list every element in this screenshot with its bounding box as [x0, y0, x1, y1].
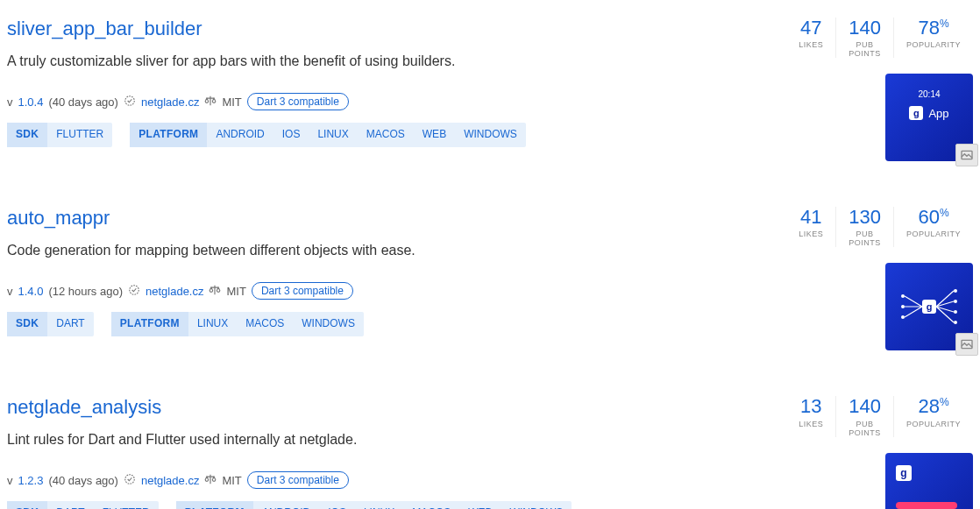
- package-main: auto_mappr Code generation for mapping b…: [7, 207, 798, 350]
- license: MIT: [226, 285, 245, 298]
- svg-point-2: [130, 285, 139, 294]
- stat-pubpoints[interactable]: 140 PUB POINTS: [835, 18, 893, 58]
- stat-likes[interactable]: 41 LIKES: [786, 207, 835, 247]
- sdk-label: SDK: [7, 123, 47, 147]
- platform-label: PLATFORM: [176, 501, 253, 509]
- popularity-value: 60%: [906, 207, 961, 228]
- platform-tag[interactable]: IOS: [319, 501, 355, 509]
- stat-likes[interactable]: 13 LIKES: [786, 396, 835, 436]
- stat-popularity[interactable]: 78% POPULARITY: [893, 18, 973, 58]
- tags: SDK FLUTTER PLATFORM ANDROID IOS LINUX M…: [7, 123, 798, 147]
- package-main: sliver_app_bar_builder A truly customiza…: [7, 18, 798, 161]
- version-link[interactable]: 1.0.4: [18, 95, 44, 109]
- likes-label: LIKES: [799, 420, 823, 428]
- likes-value: 13: [799, 396, 823, 417]
- platform-tag[interactable]: ANDROID: [207, 123, 273, 147]
- package-title-link[interactable]: sliver_app_bar_builder: [7, 18, 202, 40]
- svg-point-3: [901, 294, 905, 298]
- stat-popularity[interactable]: 28% POPULARITY: [893, 396, 973, 436]
- platform-tag[interactable]: LINUX: [188, 312, 237, 336]
- sdk-tag[interactable]: FLUTTER: [94, 501, 159, 509]
- package-meta: v 1.4.0 (12 hours ago) netglade.cz MIT D…: [7, 282, 798, 300]
- likes-label: LIKES: [799, 40, 823, 49]
- platform-tag[interactable]: WINDOWS: [293, 312, 364, 336]
- package-title-link[interactable]: auto_mappr: [7, 207, 110, 230]
- popularity-label: POPULARITY: [906, 230, 961, 238]
- thumb-app-text: App: [928, 107, 948, 120]
- svg-point-7: [954, 300, 957, 303]
- platform-tags: PLATFORM ANDROID IOS LINUX MACOS WEB WIN…: [130, 123, 526, 147]
- svg-text:g: g: [927, 301, 933, 312]
- tags: SDK DART PLATFORM LINUX MACOS WINDOWS: [7, 312, 798, 336]
- package-age: (12 hours ago): [48, 285, 123, 298]
- publisher-link[interactable]: netglade.cz: [146, 285, 204, 298]
- dart3-badge: Dart 3 compatible: [252, 282, 353, 300]
- thumbnail[interactable]: 20:14 g App: [885, 74, 973, 161]
- package-description: Lint rules for Dart and Flutter used int…: [7, 429, 798, 450]
- platform-tag[interactable]: MACOS: [403, 501, 459, 509]
- license-icon: [209, 284, 221, 299]
- sdk-tags: SDK DART FLUTTER: [7, 501, 159, 509]
- sdk-label: SDK: [7, 501, 47, 509]
- image-icon: [955, 144, 978, 166]
- sdk-tags: SDK FLUTTER: [7, 123, 112, 147]
- thumbnail[interactable]: g: [885, 263, 973, 350]
- platform-tag[interactable]: LINUX: [309, 123, 357, 147]
- pubpoints-value: 140: [849, 396, 881, 417]
- platform-tag[interactable]: LINUX: [355, 501, 403, 509]
- thumb-time: 20:14: [885, 74, 973, 99]
- svg-point-0: [125, 95, 135, 105]
- package-title-link[interactable]: netglade_analysis: [7, 396, 161, 419]
- sdk-tag[interactable]: FLUTTER: [47, 123, 112, 147]
- sdk-tag[interactable]: DART: [47, 501, 93, 509]
- version-prefix: v: [7, 285, 13, 298]
- package-description: A truly customizable sliver for app bars…: [7, 51, 798, 72]
- svg-point-8: [954, 310, 957, 314]
- platform-tag[interactable]: WEB: [459, 501, 501, 509]
- pubpoints-value: 130: [849, 207, 881, 228]
- platform-label: PLATFORM: [130, 123, 207, 147]
- version-link[interactable]: 1.4.0: [18, 285, 44, 298]
- svg-point-9: [954, 321, 957, 324]
- publisher-link[interactable]: netglade.cz: [141, 95, 200, 109]
- svg-point-13: [125, 475, 135, 484]
- popularity-label: POPULARITY: [906, 40, 961, 49]
- stat-popularity[interactable]: 60% POPULARITY: [893, 207, 973, 247]
- platform-tag[interactable]: WINDOWS: [455, 123, 526, 147]
- platform-tag[interactable]: MACOS: [237, 312, 293, 336]
- stats: 13 LIKES 140 PUB POINTS 28% POPULARITY: [786, 396, 973, 436]
- platform-tag[interactable]: ANDROID: [253, 501, 319, 509]
- pubpoints-value: 140: [849, 18, 881, 39]
- thumbnail[interactable]: g: [885, 453, 973, 509]
- sdk-tag[interactable]: DART: [47, 312, 93, 336]
- platform-tag[interactable]: WINDOWS: [501, 501, 572, 509]
- thumb-bar: [896, 502, 957, 509]
- version-link[interactable]: 1.2.3: [18, 474, 44, 487]
- likes-label: LIKES: [799, 230, 823, 238]
- stats: 47 LIKES 140 PUB POINTS 78% POPULARITY: [786, 18, 973, 58]
- platform-tag[interactable]: IOS: [273, 123, 309, 147]
- package-age: (40 days ago): [48, 95, 118, 109]
- platform-label: PLATFORM: [111, 312, 188, 336]
- dart3-badge: Dart 3 compatible: [247, 93, 349, 110]
- popularity-value: 78%: [906, 18, 961, 39]
- package-card: sliver_app_bar_builder A truly customiza…: [7, 18, 973, 161]
- package-card: netglade_analysis Lint rules for Dart an…: [7, 396, 973, 509]
- stats: 41 LIKES 130 PUB POINTS 60% POPULARITY: [786, 207, 973, 247]
- license: MIT: [222, 95, 241, 109]
- stat-likes[interactable]: 47 LIKES: [786, 18, 835, 58]
- likes-value: 47: [799, 18, 823, 39]
- pubpoints-label: PUB POINTS: [849, 40, 881, 58]
- stat-pubpoints[interactable]: 130 PUB POINTS: [835, 207, 893, 247]
- platform-tag[interactable]: MACOS: [358, 123, 414, 147]
- platform-tag[interactable]: WEB: [414, 123, 455, 147]
- likes-value: 41: [799, 207, 823, 228]
- platform-tags: PLATFORM ANDROID IOS LINUX MACOS WEB WIN…: [176, 501, 572, 509]
- license: MIT: [222, 474, 241, 487]
- verified-icon: [128, 284, 140, 299]
- dart3-badge: Dart 3 compatible: [247, 471, 349, 489]
- pubpoints-label: PUB POINTS: [849, 230, 881, 247]
- version-prefix: v: [7, 474, 13, 487]
- publisher-link[interactable]: netglade.cz: [141, 474, 200, 487]
- stat-pubpoints[interactable]: 140 PUB POINTS: [835, 396, 893, 436]
